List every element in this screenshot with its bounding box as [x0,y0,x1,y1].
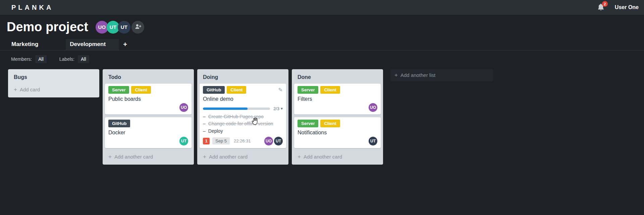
tab-development[interactable]: Development [66,39,119,50]
card-labels: GitHub [108,120,188,127]
label-client: Client [227,86,246,94]
list-title[interactable]: Bugs [10,72,97,84]
card-filters[interactable]: Server Client Filters UO [294,84,381,115]
timer-badge: 22:26:31 [234,138,251,143]
planka-logo: PLANKA [11,4,53,11]
card-docker[interactable]: GitHub Docker UT [105,117,192,148]
card-title: Online demo [203,96,283,102]
add-card-button[interactable]: + Add another card [105,151,192,162]
card-member-avatar: UO [179,103,188,112]
card-members: UT [108,137,188,145]
plus-icon: + [298,154,301,160]
notifications-button[interactable]: 2 [597,3,605,11]
tasks-progress: 2/3 ▾ [203,106,283,111]
notification-count-badge: 2 [602,1,608,7]
project-title[interactable]: Demo project [7,20,88,34]
due-date-badge: Sep 5 [212,137,230,144]
task-item: Deploy [203,128,283,135]
list-bugs: Bugs + Add card [8,69,99,97]
card-title: Filters [298,96,377,102]
label-server: Server [298,86,318,94]
add-board-button[interactable]: + [123,39,127,50]
list-title[interactable]: Todo [105,72,192,84]
plus-icon: + [203,154,206,160]
add-card-label: Add another card [114,154,153,160]
add-card-label: Add another card [209,154,248,160]
card-member-avatar: UT [369,137,377,145]
task-list: Create GitHub Pages repo Change code for… [203,113,283,135]
card-member-avatar: UO [369,103,377,112]
plus-icon: + [108,154,112,160]
project-header: Demo project UO UT UT [0,15,644,34]
label-client: Client [320,120,340,127]
card-public-boards[interactable]: Server Client Public boards UO [105,84,192,115]
list-doing: Doing GitHub Client ✎ Online demo 2/3 ▾ … [197,69,288,165]
chevron-down-icon[interactable]: ▾ [281,106,283,111]
board: Bugs + Add card Todo Server Client Publi… [0,63,644,165]
label-server: Server [298,120,318,127]
progress-bar [203,108,270,110]
top-bar: PLANKA 2 User One [0,0,644,15]
add-card-label: Add card [20,87,40,92]
plus-icon: + [14,86,17,93]
label-github: GitHub [108,120,130,127]
card-labels: Server Client [298,120,377,127]
planka-app: PLANKA 2 User One Demo project UO UT UT [0,0,644,215]
card-labels: Server Client [298,86,377,94]
card-badges: 1 Sep 5 22:26:31 UO UT [203,137,283,145]
card-members: UO UT [264,137,283,145]
card-labels: Server Client [108,86,188,94]
label-client: Client [320,86,340,94]
card-labels: GitHub Client ✎ [203,86,283,94]
task-item: Create GitHub Pages repo [203,113,283,121]
label-server: Server [108,86,129,94]
card-members: UT [298,137,377,145]
progress-label: 2/3 [273,106,279,111]
task-item: Change code for offline version [203,120,283,128]
card-member-avatar: UT [179,137,188,145]
card-member-avatar: UO [264,137,273,145]
add-card-label: Add another card [304,154,342,160]
project-members: UO UT UT [96,21,144,34]
list-todo: Todo Server Client Public boards UO GitH… [103,69,194,165]
plus-icon: + [394,72,398,79]
label-github: GitHub [203,86,225,94]
add-user-icon [135,24,141,31]
labels-filter-label: Labels: [59,56,74,62]
labels-filter-value[interactable]: All [78,55,89,63]
card-title: Public boards [108,96,188,102]
card-title: Notifications [298,130,377,136]
edit-card-icon[interactable]: ✎ [278,87,283,93]
card-members: UO [108,103,188,112]
card-members: UO [298,103,377,112]
board-tabs: Marketing Development + [0,39,644,50]
list-done: Done Server Client Filters UO Server Cli… [292,69,383,165]
progress-fill [203,108,248,110]
members-filter-value[interactable]: All [35,55,47,63]
list-title[interactable]: Done [294,72,381,84]
member-avatar[interactable]: UT [118,21,130,34]
card-notifications[interactable]: Server Client Notifications UT [294,117,381,148]
add-list-button[interactable]: + Add another list [390,69,493,81]
card-title: Docker [108,130,188,136]
card-member-avatar: UT [274,137,283,145]
filters-bar: Members: All Labels: All [0,50,644,63]
list-title[interactable]: Doing [200,72,286,84]
add-list-label: Add another list [400,72,435,78]
notification-count-badge: 1 [203,138,210,144]
user-menu[interactable]: User One [615,4,639,10]
add-card-button[interactable]: + Add another card [200,151,286,162]
add-card-button[interactable]: + Add card [10,84,97,95]
label-client: Client [131,86,151,94]
members-filter-label: Members: [11,56,32,62]
card-online-demo[interactable]: GitHub Client ✎ Online demo 2/3 ▾ Create… [200,84,286,148]
add-card-button[interactable]: + Add another card [294,151,381,162]
add-member-button[interactable] [131,21,144,34]
tab-marketing[interactable]: Marketing [11,39,38,50]
topbar-right: 2 User One [597,3,639,11]
